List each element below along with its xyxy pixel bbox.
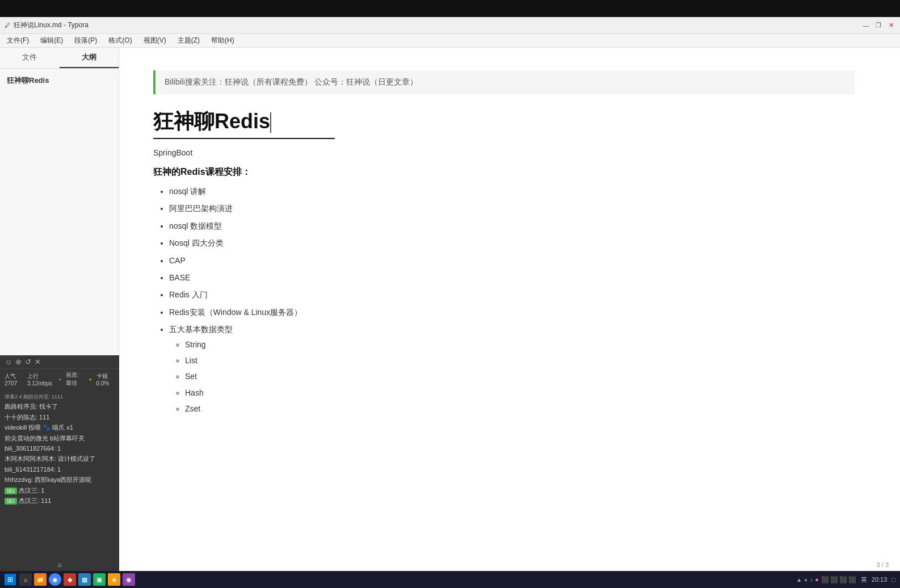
- typora-window: 🖊 狂神说Linux.md - Typora — ❐ ✕ 文件(F) 编辑(E)…: [0, 17, 900, 571]
- taskbar-notification[interactable]: □: [891, 576, 895, 583]
- menu-file[interactable]: 文件(F): [5, 35, 31, 47]
- tray-icon-1: ▲: [796, 577, 802, 583]
- chat-message: bili_30611827664: 1: [5, 444, 115, 453]
- tray-bilibili: ●: [815, 576, 819, 583]
- stats-popularity: 人气 2707: [5, 372, 23, 387]
- chat-message: 十十的陈志: 111: [5, 413, 115, 422]
- list-item-datatypes: 五大基本数据类型 String List Set Hash Zset: [169, 323, 855, 415]
- taskbar-icon-search[interactable]: ⌕: [19, 573, 32, 586]
- list-item: BASE: [169, 271, 855, 284]
- minimize-button[interactable]: —: [861, 21, 870, 30]
- taskbar-right-area: ▲ ● ♪ ● ⬛ ⬛ ⬛ ⬛ 英 20:13 □: [796, 576, 895, 584]
- list-item: CAP: [169, 254, 855, 267]
- editor-area[interactable]: Bilibili搜索关注：狂神说（所有课程免费） 公众号：狂神说（日更文章） 狂…: [119, 48, 900, 571]
- chat-message: 跑路程序员: 找卡了: [5, 402, 115, 411]
- course-bullet-list: nosql 讲解 阿里巴巴架构演进 nosql 数据模型 Nosql 四大分类 …: [153, 185, 855, 415]
- menu-theme[interactable]: 主题(Z): [175, 35, 202, 47]
- stats-lag: 卡顿 0.0%: [96, 372, 115, 387]
- chat-smiley-icon[interactable]: ☺: [5, 358, 12, 366]
- tray-icon-network: ●: [804, 577, 808, 583]
- menu-edit[interactable]: 编辑(E): [38, 35, 65, 47]
- datatypes-label: 五大基本数据类型: [169, 325, 233, 334]
- sub-list-item: String: [185, 338, 855, 351]
- editor-title-section: 狂神聊Redis: [153, 108, 855, 139]
- taskbar-icon-chrome[interactable]: ◉: [49, 573, 61, 586]
- chat-refresh-icon[interactable]: ↺: [25, 358, 31, 366]
- main-area: 文件 大纲 狂神聊Redis Bilibili搜索关注：狂神说（所有课程免费） …: [0, 48, 900, 571]
- chat-message: hhhzzdvg: 西部kaya西部开源呢: [5, 476, 115, 484]
- chat-stats: 人气 2707 上行 3.12mbps ● 画质: 最佳 ● 卡顿 0.0%: [0, 369, 119, 390]
- taskbar-icon-app5[interactable]: ◉: [123, 573, 135, 586]
- chat-panel: ☺ ⊕ ↺ ✕ 人气 2707 上行 3.12mbps ● 画质: 最佳 ● 卡…: [0, 355, 119, 571]
- menu-view[interactable]: 视图(V): [141, 35, 169, 47]
- chat-message: 木阿木阿阿木阿木: 设计模式设了: [5, 455, 115, 463]
- window-icon: 🖊: [5, 22, 10, 28]
- menu-help[interactable]: 帮助(H): [209, 35, 237, 47]
- chat-share-icon[interactable]: ⊕: [15, 358, 22, 366]
- sidebar-tab-outline[interactable]: 大纲: [60, 48, 119, 68]
- chat-close-icon[interactable]: ✕: [35, 358, 41, 366]
- tray-icon-misc: ⬛ ⬛ ⬛ ⬛: [821, 576, 856, 583]
- menu-format[interactable]: 格式(O): [106, 35, 134, 47]
- window-title: 狂神说Linux.md - Typora: [14, 20, 861, 30]
- sub-datatypes-list: String List Set Hash Zset: [169, 338, 855, 415]
- taskbar-icon-app2[interactable]: ▦: [78, 573, 91, 586]
- menu-bar: 文件(F) 编辑(E) 段落(P) 格式(O) 视图(V) 主题(Z) 帮助(H…: [0, 34, 900, 48]
- menu-paragraph[interactable]: 段落(P): [72, 35, 99, 47]
- sub-list-item: Set: [185, 370, 855, 383]
- chat-message: 绿2杰汉三: 1: [5, 486, 115, 495]
- banner-text: Bilibili搜索关注：狂神说（所有课程免费） 公众号：狂神说（日更文章）: [165, 77, 418, 86]
- section-title: 狂神的Redis课程安排：: [153, 166, 855, 178]
- sidebar-tab-file[interactable]: 文件: [0, 48, 60, 68]
- text-cursor: [270, 112, 271, 133]
- taskbar-icon-app1[interactable]: ◆: [64, 573, 76, 586]
- taskbar-icon-app4[interactable]: ◈: [108, 573, 120, 586]
- taskbar-system-tray: ▲ ● ♪ ● ⬛ ⬛ ⬛ ⬛: [796, 576, 856, 583]
- editor-subtitle-section: SpringBoot: [153, 148, 855, 157]
- watermark: @稀土掘金技术社区: [827, 558, 889, 568]
- list-item: Redis安装（Window & Linux服务器）: [169, 306, 855, 318]
- taskbar: ⊞ ⌕ 📁 ◉ ◆ ▦ ▣ ◈ ◉ ▲ ● ♪ ● ⬛ ⬛ ⬛ ⬛ 英 20:1…: [0, 571, 900, 588]
- start-button[interactable]: ⊞: [5, 574, 16, 585]
- stats-upload: 上行 3.12mbps: [27, 372, 54, 387]
- editor-subtitle: SpringBoot: [153, 148, 855, 157]
- sidebar-outline-item[interactable]: 狂神聊Redis: [7, 75, 112, 86]
- course-section: 狂神的Redis课程安排： nosql 讲解 阿里巴巴架构演进 nosql 数据…: [153, 166, 855, 415]
- list-item: Redis 入门: [169, 288, 855, 301]
- sidebar-tabs: 文件 大纲: [0, 48, 119, 69]
- chat-panel-header: ☺ ⊕ ↺ ✕: [0, 355, 119, 369]
- title-bar: 🖊 狂神说Linux.md - Typora — ❐ ✕: [0, 17, 900, 34]
- stats-video: 画质: 最佳: [66, 371, 84, 387]
- taskbar-icon-app3[interactable]: ▣: [93, 573, 106, 586]
- list-item: nosql 数据模型: [169, 220, 855, 232]
- chat-message: 前尖震动的微光 b站弹幕吓关: [5, 434, 115, 443]
- badge-green: 绿2: [5, 488, 17, 494]
- close-button[interactable]: ✕: [886, 21, 895, 30]
- badge-green: 绿2: [5, 498, 17, 505]
- tray-icon-audio: ♪: [810, 577, 813, 583]
- dot-video-quality: ●: [58, 377, 61, 382]
- taskbar-icon-file[interactable]: 📁: [34, 573, 47, 586]
- chat-message: videokill 投喂 🐾 喵爪 x1: [5, 423, 115, 432]
- chat-messages: 弹幕2 4 颇皓任何至: 1111 跑路程序员: 找卡了 十十的陈志: 111 …: [0, 390, 119, 560]
- editor-title: 狂神聊Redis: [153, 110, 270, 133]
- chat-message: 绿2杰汉三: 111: [5, 497, 115, 505]
- sub-list-item: List: [185, 354, 855, 367]
- list-item: Nosql 四大分类: [169, 237, 855, 249]
- window-controls: — ❐ ✕: [861, 21, 895, 30]
- taskbar-time: 20:13: [872, 576, 888, 583]
- editor-banner: Bilibili搜索关注：狂神说（所有课程免费） 公众号：狂神说（日更文章）: [153, 70, 855, 94]
- scroll-indicator: ≡: [0, 560, 119, 571]
- top-decoration-bar: [0, 0, 900, 17]
- list-item: 阿里巴巴架构演进: [169, 202, 855, 215]
- restore-button[interactable]: ❐: [874, 21, 883, 30]
- taskbar-pinned-icons: ⌕ 📁 ◉ ◆ ▦ ▣ ◈ ◉: [19, 573, 135, 586]
- sub-list-item: Hash: [185, 387, 855, 399]
- sub-list-item: Zset: [185, 402, 855, 415]
- chat-message: bili_61431217184: 1: [5, 465, 115, 474]
- dot-lag: ●: [89, 377, 92, 382]
- taskbar-language: 英: [861, 576, 867, 584]
- list-item: nosql 讲解: [169, 185, 855, 198]
- chat-message: 弹幕2 4 颇皓任何至: 1111: [5, 392, 115, 401]
